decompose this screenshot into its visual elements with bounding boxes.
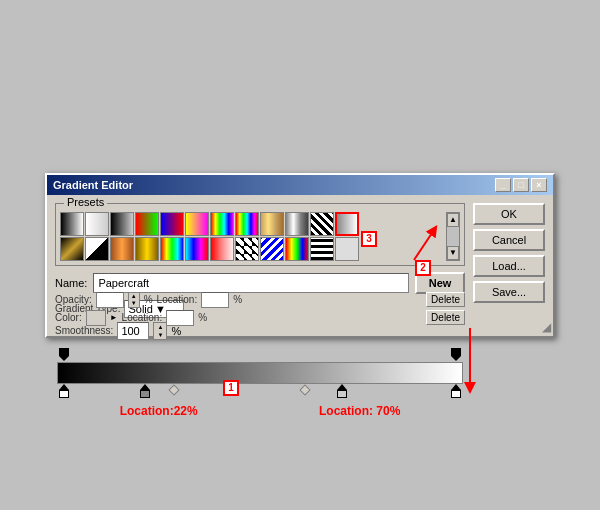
smoothness-up-arrow[interactable]: ▲ <box>154 323 166 331</box>
midpoint-handle-22[interactable] <box>168 384 179 395</box>
preset-black-transparent[interactable] <box>110 212 134 236</box>
scroll-track <box>447 227 459 246</box>
midpoint-handle-70[interactable] <box>299 384 310 395</box>
badge-2: 2 <box>415 260 431 276</box>
left-panel: Presets <box>55 203 465 326</box>
preset-gold2[interactable] <box>135 237 159 261</box>
badge-1-container: 1 <box>223 380 239 396</box>
opacity-location-label: Location: <box>157 294 198 305</box>
top-handle-left[interactable] <box>59 348 69 362</box>
opacity-delete-button[interactable]: Delete <box>426 292 465 307</box>
close-button[interactable]: × <box>531 178 547 192</box>
opacity-location-input[interactable] <box>201 292 229 308</box>
opacity-location-unit: % <box>233 294 242 305</box>
maximize-button[interactable]: □ <box>513 178 529 192</box>
opacity-up[interactable]: ▲ <box>129 293 139 300</box>
preset-rainbow3[interactable] <box>160 237 184 261</box>
name-label: Name: <box>55 277 87 289</box>
preset-rainbow1[interactable] <box>210 212 234 236</box>
color-stop-100[interactable] <box>451 384 461 398</box>
preset-selected[interactable] <box>335 212 359 236</box>
color-arrow-icon: ► <box>110 313 118 322</box>
smoothness-down-arrow[interactable]: ▼ <box>154 331 166 339</box>
bottom-handles-row <box>55 384 465 404</box>
opacity-controls-row: Opacity: ▲ ▼ % Location: % Delete <box>55 292 465 308</box>
presets-scrollbar[interactable]: ▲ ▼ <box>446 212 460 261</box>
title-bar-buttons: _ □ × <box>495 178 547 192</box>
color-location-input[interactable] <box>166 310 194 326</box>
smoothness-input[interactable]: 100 <box>117 322 149 340</box>
preset-white-black-diag[interactable] <box>85 237 109 261</box>
preset-blue-stripes[interactable] <box>260 237 284 261</box>
name-input[interactable] <box>93 273 409 293</box>
smoothness-label: Smoothness: <box>55 325 113 336</box>
preset-stripes2[interactable] <box>310 237 334 261</box>
opacity-down[interactable]: ▼ <box>129 300 139 307</box>
presets-grid <box>60 212 444 261</box>
color-location-unit: % <box>198 312 207 323</box>
preset-stripes[interactable] <box>310 212 334 236</box>
scroll-down-button[interactable]: ▼ <box>447 246 459 260</box>
presets-group: Presets <box>55 203 465 266</box>
opacity-input[interactable] <box>96 292 124 308</box>
scroll-up-button[interactable]: ▲ <box>447 213 459 227</box>
opacity-label: Opacity: <box>55 294 92 305</box>
location-70: Location: 70% <box>319 404 400 418</box>
preset-dark-gold[interactable] <box>60 237 84 261</box>
preset-metallic2[interactable] <box>285 212 309 236</box>
gradient-wrapper: Location:22% Location: 70% 1 <box>55 348 465 418</box>
right-panel: OK Cancel Load... Save... <box>473 203 545 326</box>
color-stop-70[interactable] <box>337 384 347 398</box>
preset-checkers[interactable] <box>235 237 259 261</box>
preset-last[interactable] <box>335 237 359 261</box>
gradient-bar[interactable] <box>57 362 463 384</box>
opacity-unit: % <box>144 294 153 305</box>
name-row: Name: New <box>55 272 465 294</box>
color-label: Color: <box>55 312 82 323</box>
preset-multi[interactable] <box>285 237 309 261</box>
cancel-button[interactable]: Cancel <box>473 229 545 251</box>
top-handle-right[interactable] <box>451 348 461 362</box>
preset-white-transparent[interactable] <box>85 212 109 236</box>
location-labels-row: Location:22% Location: 70% <box>55 404 465 418</box>
color-stop-0[interactable] <box>59 384 69 398</box>
ok-button[interactable]: OK <box>473 203 545 225</box>
color-swatch[interactable] <box>86 310 106 326</box>
title-bar: Gradient Editor _ □ × <box>47 175 553 195</box>
dialog-body: Presets <box>47 195 553 334</box>
presets-label: Presets <box>64 196 107 208</box>
preset-red[interactable] <box>135 212 159 236</box>
gradient-editor-dialog: Gradient Editor _ □ × Presets <box>45 173 555 338</box>
opacity-spinner[interactable]: ▲ ▼ <box>128 292 140 308</box>
save-button[interactable]: Save... <box>473 281 545 303</box>
badge-3: 3 <box>361 231 377 247</box>
preset-blue-red[interactable] <box>160 212 184 236</box>
preset-rainbow2[interactable] <box>235 212 259 236</box>
color-location-label: Location: <box>122 312 163 323</box>
badge-3-container: 3 <box>361 231 377 247</box>
smoothness-value: 100 <box>121 325 139 337</box>
preset-metallic1[interactable] <box>260 212 284 236</box>
presets-grid-container: ▲ ▼ <box>60 212 460 261</box>
preset-red-trans[interactable] <box>210 237 234 261</box>
dialog-title: Gradient Editor <box>53 179 133 191</box>
preset-copper[interactable] <box>110 237 134 261</box>
color-delete-button[interactable]: Delete <box>426 310 465 325</box>
top-handles-row <box>55 348 465 362</box>
load-button[interactable]: Load... <box>473 255 545 277</box>
annotation-arrow-2 <box>460 318 540 418</box>
color-stop-22[interactable] <box>140 384 150 398</box>
location-22: Location:22% <box>120 404 198 418</box>
preset-rainbow4[interactable] <box>185 237 209 261</box>
badge-1: 1 <box>223 380 239 396</box>
resize-icon: ◢ <box>542 320 551 334</box>
preset-black-white[interactable] <box>60 212 84 236</box>
minimize-button[interactable]: _ <box>495 178 511 192</box>
preset-yellow-purple[interactable] <box>185 212 209 236</box>
smoothness-unit: % <box>171 325 181 337</box>
